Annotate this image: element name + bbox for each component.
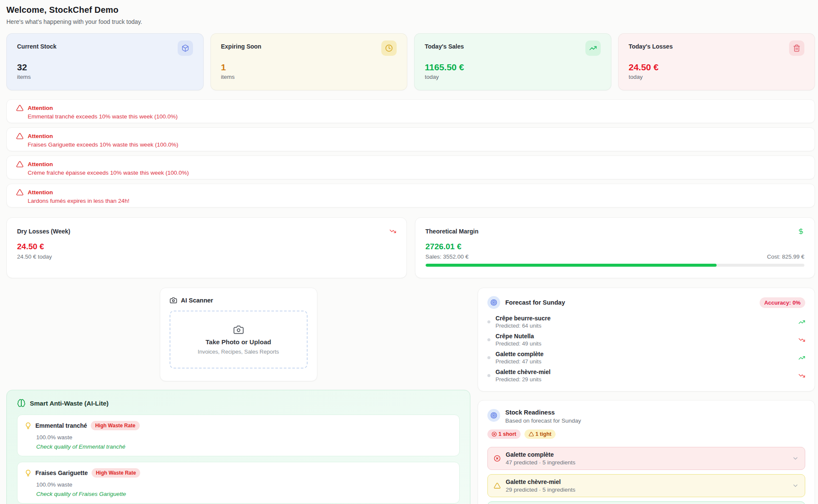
waste-item-name: Emmental tranché <box>35 422 87 429</box>
forecast-item: Galette chèvre-miel Predicted: 29 units <box>487 369 805 383</box>
bullet-dot-icon <box>487 338 490 341</box>
readiness-title: Stock Readiness <box>505 409 581 416</box>
package-icon <box>178 40 193 56</box>
trash-icon <box>789 40 804 56</box>
alert-message: Lardons fumés expires in less than 24h! <box>28 198 804 204</box>
forecast-item-predicted: Predicted: 29 units <box>495 376 550 383</box>
alert-triangle-icon <box>16 189 23 196</box>
waste-item-emmental: Emmental tranché High Waste Rate 100.0% … <box>17 415 460 456</box>
readiness-item-sub: 47 predicted · 5 ingredients <box>506 459 576 466</box>
readiness-row-partial[interactable] <box>487 501 805 504</box>
target-icon <box>487 296 500 309</box>
ai-scanner-card: AI Scanner Take Photo or Upload Invoices… <box>160 288 317 381</box>
stat-value: 32 <box>17 62 193 72</box>
dry-losses-sub: 24.50 € today <box>17 253 396 260</box>
waste-percent: 100.0% waste <box>36 481 452 488</box>
forecast-item-predicted: Predicted: 47 units <box>495 358 544 365</box>
readiness-badges: 1 short 1 tight <box>487 429 805 439</box>
forecast-item: Crêpe beurre-sucre Predicted: 64 units <box>487 315 805 329</box>
readiness-item-name: Galette chèvre-miel <box>506 478 576 485</box>
dollar-icon <box>798 228 804 235</box>
ai-scanner-title: AI Scanner <box>181 297 213 304</box>
forecast-item-predicted: Predicted: 64 units <box>495 323 550 329</box>
waste-suggestion: Check quality of Fraises Gariguette <box>36 491 452 497</box>
waste-suggestion: Check quality of Emmental tranché <box>36 444 452 450</box>
warning-triangle-icon <box>529 432 534 437</box>
upload-sub: Invoices, Recipes, Sales Reports <box>198 348 279 355</box>
stock-readiness-card: Stock Readiness Based on forecast for Su… <box>478 400 815 504</box>
high-waste-badge: High Waste Rate <box>91 421 139 430</box>
waste-item-name: Fraises Gariguette <box>35 469 88 476</box>
stat-value: 1165.50 € <box>425 62 601 72</box>
money-row: Dry Losses (Week) 24.50 € 24.50 € today … <box>6 217 815 278</box>
alert-message: Emmental tranché exceeds 10% waste this … <box>28 113 804 120</box>
forecast-item-name: Galette chèvre-miel <box>495 369 550 375</box>
page-header: Welcome, StockChef Demo Here's what's ha… <box>6 5 815 25</box>
margin-title: Theoretical Margin <box>426 228 478 235</box>
theoretical-margin-card: Theoretical Margin 2726.01 € Sales: 3552… <box>415 217 815 278</box>
main-grid: AI Scanner Take Photo or Upload Invoices… <box>6 288 815 504</box>
stat-title: Today's Sales <box>425 43 464 50</box>
stat-card-expiring-soon: Expiring Soon 1 items <box>210 33 408 90</box>
alert-lardons-expiry: Attention Lardons fumés expires in less … <box>6 184 815 207</box>
circle-x-icon <box>492 432 497 437</box>
waste-item-fraises: Fraises Gariguette High Waste Rate 100.0… <box>17 462 460 504</box>
readiness-item-sub: 29 predicted · 5 ingredients <box>506 487 576 493</box>
alert-creme-waste: Attention Crème fraîche épaisse exceeds … <box>6 156 815 179</box>
bullet-dot-icon <box>487 356 490 359</box>
alert-triangle-icon <box>16 161 23 168</box>
alert-emmental-waste: Attention Emmental tranché exceeds 10% w… <box>6 99 815 123</box>
bullet-dot-icon <box>487 374 490 377</box>
camera-icon <box>233 324 244 335</box>
margin-value: 2726.01 € <box>426 242 805 251</box>
stats-grid: Current Stock 32 items Expiring Soon 1 i… <box>6 33 815 90</box>
tight-count-label: 1 tight <box>536 431 552 437</box>
trending-up-icon <box>585 40 601 56</box>
stat-unit: items <box>17 74 193 80</box>
alert-message: Fraises Gariguette exceeds 10% waste thi… <box>28 141 804 148</box>
short-count-badge: 1 short <box>487 429 521 439</box>
target-icon <box>487 409 500 422</box>
stat-unit: today <box>425 74 601 80</box>
readiness-item-name: Galette complète <box>506 451 576 458</box>
brain-icon <box>17 399 26 407</box>
dry-losses-title: Dry Losses (Week) <box>17 228 70 235</box>
lightbulb-icon <box>25 422 32 429</box>
waste-percent: 100.0% waste <box>36 434 452 441</box>
forecast-item-name: Crêpe Nutella <box>495 333 541 340</box>
chevron-down-icon[interactable] <box>792 455 799 462</box>
right-column: Forecast for Sunday Accuracy: 0% Crêpe b… <box>478 288 815 504</box>
trending-down-icon <box>798 372 805 379</box>
readiness-row-galette-chevre[interactable]: Galette chèvre-miel 29 predicted · 5 ing… <box>487 474 805 497</box>
readiness-subtitle: Based on forecast for Sunday <box>505 418 581 424</box>
alert-title: Attention <box>28 189 53 196</box>
page-title: Welcome, StockChef Demo <box>6 5 815 15</box>
alert-triangle-icon <box>16 104 23 112</box>
forecast-item: Galette complète Predicted: 47 units <box>487 351 805 365</box>
camera-icon <box>170 297 177 304</box>
alert-message: Crème fraîche épaisse exceeds 10% waste … <box>28 170 804 176</box>
alert-title: Attention <box>28 161 53 167</box>
high-waste-badge: High Waste Rate <box>92 468 140 478</box>
stat-card-current-stock: Current Stock 32 items <box>6 33 204 90</box>
stat-card-todays-losses: Today's Losses 24.50 € today <box>618 33 815 90</box>
alert-triangle-icon <box>16 132 23 140</box>
stat-value: 1 <box>221 62 397 72</box>
stat-card-todays-sales: Today's Sales 1165.50 € today <box>414 33 611 90</box>
stat-title: Expiring Soon <box>221 43 262 50</box>
upload-cta: Take Photo or Upload <box>206 338 271 346</box>
alert-title: Attention <box>28 133 53 139</box>
stat-value: 24.50 € <box>629 62 805 72</box>
trending-up-icon <box>798 319 805 325</box>
readiness-row-galette-complete[interactable]: Galette complète 47 predicted · 5 ingred… <box>487 447 805 470</box>
photo-upload-dropzone[interactable]: Take Photo or Upload Invoices, Recipes, … <box>170 311 308 369</box>
anti-waste-title: Smart Anti-Waste (AI-Lite) <box>30 400 109 407</box>
trending-down-icon <box>389 228 396 235</box>
alerts-list: Attention Emmental tranché exceeds 10% w… <box>6 99 815 207</box>
alert-fraises-waste: Attention Fraises Gariguette exceeds 10%… <box>6 127 815 151</box>
accuracy-badge: Accuracy: 0% <box>760 297 805 308</box>
chevron-down-icon[interactable] <box>792 482 799 489</box>
bullet-dot-icon <box>487 320 490 323</box>
stat-unit: items <box>221 74 397 80</box>
page-subtitle: Here's what's happening with your food t… <box>6 18 815 25</box>
